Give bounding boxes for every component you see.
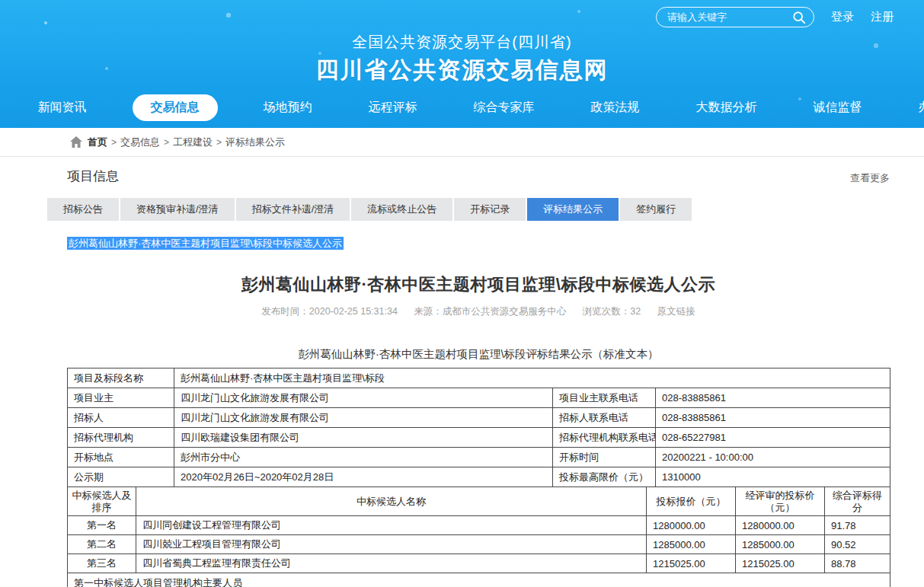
main-content: 项目信息 查看更多 招标公告 资格预审补遗/澄清 招标文件补遗/澄清 流标或终止… (0, 167, 924, 587)
home-icon[interactable] (70, 136, 82, 148)
tab-failed-terminated[interactable]: 流标或终止公告 (351, 198, 452, 221)
candidate-bid: 1285000.00 (647, 535, 736, 554)
table-row: 招标代理机构 四川欧瑞建设集团有限公司 招标代理机构联系电话 028-65227… (68, 428, 890, 448)
field-value: 彭州市分中心 (174, 448, 553, 467)
breadcrumb-separator: > (216, 137, 222, 148)
candidate-bid: 1215025.00 (647, 554, 736, 573)
tab-doc-supplement[interactable]: 招标文件补遗/澄清 (236, 198, 350, 221)
field-label: 招标人联系电话 (553, 408, 656, 428)
candidate-bid: 1280000.00 (647, 516, 736, 535)
login-link[interactable]: 登录 (831, 10, 854, 24)
table-row: 公示期 2020年02月26日~2020年02月28日 投标最高限价（元） 13… (68, 467, 890, 487)
original-link[interactable]: 原文链接 (657, 306, 695, 317)
source: 来源：成都市公共资源交易服务中心 (414, 306, 566, 317)
field-value: 028-65227981 (656, 428, 890, 448)
breadcrumb: 首页 > 交易信息 > 工程建设 > 评标结果公示 (0, 128, 924, 157)
table-row: 开标地点 彭州市分中心 开标时间 20200221 - 10:00:00 (68, 448, 890, 467)
table-row: 招标人 四川龙门山文化旅游发展有限公司 招标人联系电话 028-83885861 (68, 408, 890, 428)
field-label: 招标代理机构联系电话 (553, 428, 656, 448)
tab-contract[interactable]: 签约履行 (620, 198, 692, 221)
table-row: 项目业主 四川龙门山文化旅游发展有限公司 项目业主联系电话 028-838858… (68, 388, 890, 408)
nav-item-guide[interactable]: 办事指南 (908, 94, 924, 121)
nav-item-news[interactable]: 新闻资讯 (27, 94, 98, 121)
breadcrumb-home[interactable]: 首页 (88, 136, 107, 149)
tab-bid-announcement[interactable]: 招标公告 (47, 198, 119, 221)
announcement-title: 彭州葛仙山林野·杏林中医主题村项目监理\标段中标候选人公示 (67, 273, 890, 296)
col-header-name: 中标候选人名称 (136, 487, 647, 516)
field-label: 招标代理机构 (68, 428, 174, 448)
field-label: 投标最高限价（元） (553, 467, 656, 487)
breadcrumb-separator: > (164, 137, 169, 148)
nav-item-trade-info[interactable]: 交易信息 (133, 94, 218, 121)
table-row: 项目及标段名称 彭州葛仙山林野·杏林中医主题村项目监理\标段 (68, 368, 890, 388)
selected-announcement-link[interactable]: 彭州葛仙山林野·杏林中医主题村项目监理\标段中标候选人公示 (67, 237, 344, 250)
view-more-link[interactable]: 查看更多 (850, 171, 890, 185)
search-input[interactable] (667, 11, 782, 23)
register-link[interactable]: 注册 (871, 10, 894, 24)
col-header-score: 综合评标得分 (825, 487, 890, 516)
tab-bar: 招标公告 资格预审补遗/澄清 招标文件补遗/澄清 流标或终止公告 开标记录 评标… (47, 198, 890, 221)
col-header-bid: 投标报价（元） (647, 487, 736, 516)
candidate-score: 88.78 (825, 554, 890, 573)
table-row: 第二名 四川兢业工程项目管理有限公司 1285000.00 1285000.00… (68, 535, 890, 554)
field-value: 四川龙门山文化旅游发展有限公司 (174, 388, 553, 408)
nav-item-remote-eval[interactable]: 远程评标 (358, 94, 428, 121)
candidate-reviewed-bid: 1215025.00 (736, 554, 825, 573)
field-value: 028-83885861 (656, 408, 890, 428)
tab-eval-result[interactable]: 评标结果公示 (527, 198, 619, 221)
field-value: 1310000 (656, 467, 890, 487)
section-head: 项目信息 查看更多 (67, 167, 890, 185)
col-header-rank: 中标候选人及排序 (68, 487, 136, 516)
candidate-rank: 第一名 (68, 516, 136, 535)
page-title: 项目信息 (67, 167, 119, 185)
table-header-row: 中标候选人及排序 中标候选人名称 投标报价（元） 经评审的投标价（元） 综合评标… (68, 487, 890, 516)
view-count: 浏览次数：32 (583, 306, 641, 317)
candidate-reviewed-bid: 1280000.00 (736, 516, 825, 535)
breadcrumb-separator: > (111, 137, 117, 148)
site-title: 四川省公共资源交易信息网 (0, 55, 924, 86)
announcement-meta: 发布时间：2020-02-25 15:31:34 来源：成都市公共资源交易服务中… (67, 305, 890, 318)
search-box[interactable] (656, 7, 814, 27)
tab-prequal-supplement[interactable]: 资格预审补遗/澄清 (120, 198, 235, 221)
nav-item-integrity[interactable]: 诚信监督 (803, 94, 873, 121)
table-row: 第一名 四川同创建设工程管理有限公司 1280000.00 1280000.00… (68, 516, 890, 535)
candidate-name: 四川兢业工程项目管理有限公司 (136, 535, 647, 554)
publish-time: 发布时间：2020-02-25 15:31:34 (261, 306, 398, 317)
candidate-rank: 第三名 (68, 554, 136, 573)
site-header: 登录 注册 全国公共资源交易平台(四川省) 四川省公共资源交易信息网 首页 新闻… (0, 0, 924, 128)
search-icon[interactable] (792, 11, 806, 24)
nav-item-big-data[interactable]: 大数据分析 (686, 94, 768, 121)
topbar: 登录 注册 (0, 0, 924, 27)
field-label: 招标人 (68, 408, 174, 428)
breadcrumb-engineering[interactable]: 工程建设 (173, 136, 213, 149)
field-label: 公示期 (68, 467, 174, 487)
candidate-score: 90.52 (825, 535, 890, 554)
candidate-name: 四川省蜀典工程监理有限责任公司 (136, 554, 647, 573)
candidate-reviewed-bid: 1285000.00 (736, 535, 825, 554)
announcement-list-item[interactable]: 彭州葛仙山林野·杏林中医主题村项目监理\标段中标候选人公示 (67, 237, 890, 250)
candidates-table: 中标候选人及排序 中标候选人名称 投标报价（元） 经评审的投标价（元） 综合评标… (67, 487, 890, 587)
nav-item-policy[interactable]: 政策法规 (580, 94, 651, 121)
field-value: 彭州葛仙山林野·杏林中医主题村项目监理\标段 (174, 368, 890, 388)
field-label: 项目及标段名称 (68, 368, 174, 388)
breadcrumb-trade-info[interactable]: 交易信息 (120, 136, 160, 149)
field-value: 028-83885861 (656, 388, 890, 408)
project-info-table: 项目及标段名称 彭州葛仙山林野·杏林中医主题村项目监理\标段 项目业主 四川龙门… (67, 368, 890, 487)
nav-item-venue-booking[interactable]: 场地预约 (253, 94, 323, 121)
candidate-rank: 第二名 (68, 535, 136, 554)
field-label: 开标地点 (68, 448, 174, 467)
field-value: 2020年02月26日~2020年02月28日 (174, 467, 553, 487)
breadcrumb-eval-result[interactable]: 评标结果公示 (225, 136, 285, 149)
candidates-footer-label: 第一中标候选人项目管理机构主要人员 (68, 573, 890, 587)
candidate-score: 91.78 (825, 516, 890, 535)
site-titles: 全国公共资源交易平台(四川省) 四川省公共资源交易信息网 (0, 32, 924, 86)
result-table-title: 彭州葛仙山林野·杏林中医主题村项目监理\标段评标结果公示（标准文本） (67, 347, 890, 362)
field-label: 项目业主联系电话 (553, 388, 656, 408)
field-value: 20200221 - 10:00:00 (656, 448, 890, 467)
field-label: 开标时间 (553, 448, 656, 467)
field-label: 项目业主 (68, 388, 174, 408)
nav-item-expert-db[interactable]: 综合专家库 (463, 94, 545, 121)
col-header-reviewed-bid: 经评审的投标价（元） (736, 487, 825, 516)
field-value: 四川龙门山文化旅游发展有限公司 (174, 408, 553, 428)
tab-opening-record[interactable]: 开标记录 (454, 198, 526, 221)
